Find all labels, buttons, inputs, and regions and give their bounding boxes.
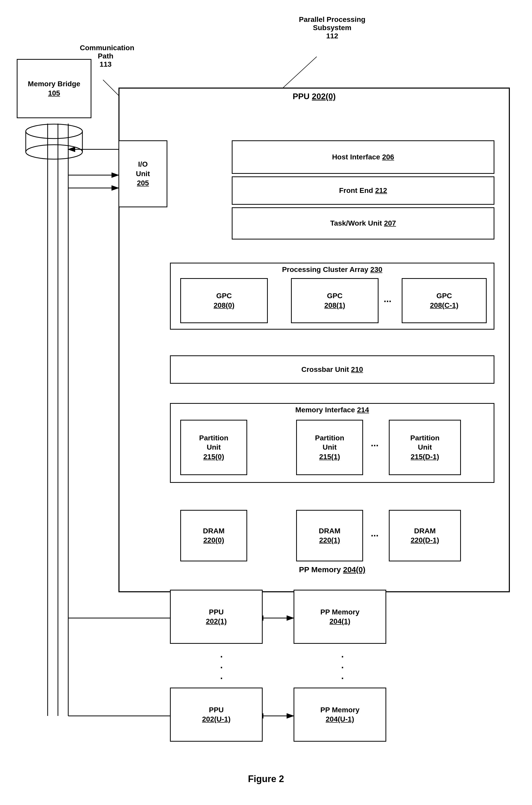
gpc-dots: ··· <box>384 296 392 307</box>
pp-memoryU-label: PP Memory204(U-1) <box>320 705 360 724</box>
gpcC-box: GPC208(C-1) <box>402 278 487 323</box>
dram1-label: DRAM220(1) <box>319 526 340 545</box>
pp-memory1-box: PP Memory204(1) <box>293 590 386 644</box>
task-work-box: Task/Work Unit 207 <box>232 207 494 239</box>
figure-caption: Figure 2 <box>0 773 532 784</box>
ppu0-label: PPU 202(0) <box>292 92 336 101</box>
host-interface-label: Host Interface 206 <box>332 152 394 162</box>
pp-memoryU-box: PP Memory204(U-1) <box>293 688 386 742</box>
gpc1-label: GPC208(1) <box>324 291 345 310</box>
gpcC-label: GPC208(C-1) <box>430 291 458 310</box>
front-end-box: Front End 212 <box>232 176 494 205</box>
crossbar-label: Crossbar Unit 210 <box>301 365 363 374</box>
ppuU-box: PPU202(U-1) <box>170 688 263 742</box>
front-end-label: Front End 212 <box>339 186 387 195</box>
ppu-dots1: ··· <box>214 652 229 684</box>
partitionD-label: PartitionUnit215(D-1) <box>410 434 440 461</box>
partition0-label: PartitionUnit215(0) <box>199 434 228 461</box>
pps-label: Parallel ProcessingSubsystem112 <box>283 16 381 40</box>
gpc0-label: GPC208(0) <box>214 291 234 310</box>
memory-interface-label: Memory Interface 214 <box>296 406 369 414</box>
crossbar-box: Crossbar Unit 210 <box>170 356 494 384</box>
svg-point-31 <box>26 145 82 159</box>
host-interface-box: Host Interface 206 <box>232 140 494 174</box>
gpc0-box: GPC208(0) <box>180 278 268 323</box>
ppu-dots2: ··· <box>335 652 350 684</box>
comm-path-label: CommunicationPath113 <box>80 44 131 69</box>
svg-line-27 <box>283 57 317 88</box>
ppu1-label: PPU202(1) <box>206 608 227 626</box>
partition1-box: PartitionUnit215(1) <box>296 420 363 475</box>
partition-dots: ··· <box>371 440 379 451</box>
dram-dots: ··· <box>371 531 379 541</box>
dram1-box: DRAM220(1) <box>296 510 363 561</box>
pp-memory0-label: PP Memory 204(0) <box>170 565 494 574</box>
task-work-label: Task/Work Unit 207 <box>330 218 396 228</box>
diagram: Memory Bridge105 CommunicationPath113 Pa… <box>0 0 532 805</box>
gpc1-box: GPC208(1) <box>291 278 379 323</box>
io-unit-label: I/OUnit205 <box>136 160 150 188</box>
io-unit-box: I/OUnit205 <box>118 140 167 207</box>
dramD-box: DRAM220(D-1) <box>389 510 461 561</box>
ppuU-label: PPU202(U-1) <box>202 705 230 724</box>
memory-disk-icon <box>24 123 84 160</box>
dram0-label: DRAM220(0) <box>203 526 225 545</box>
partition0-box: PartitionUnit215(0) <box>180 420 247 475</box>
ppu1-box: PPU202(1) <box>170 590 263 644</box>
dramD-label: DRAM220(D-1) <box>411 526 439 545</box>
partitionD-box: PartitionUnit215(D-1) <box>389 420 461 475</box>
memory-bridge-label: Memory Bridge105 <box>28 79 80 98</box>
partition1-label: PartitionUnit215(1) <box>315 434 344 461</box>
pca-label: Processing Cluster Array 230 <box>282 266 382 273</box>
dram0-box: DRAM220(0) <box>180 510 247 561</box>
svg-point-28 <box>26 124 82 138</box>
pp-memory1-label: PP Memory204(1) <box>320 608 360 626</box>
